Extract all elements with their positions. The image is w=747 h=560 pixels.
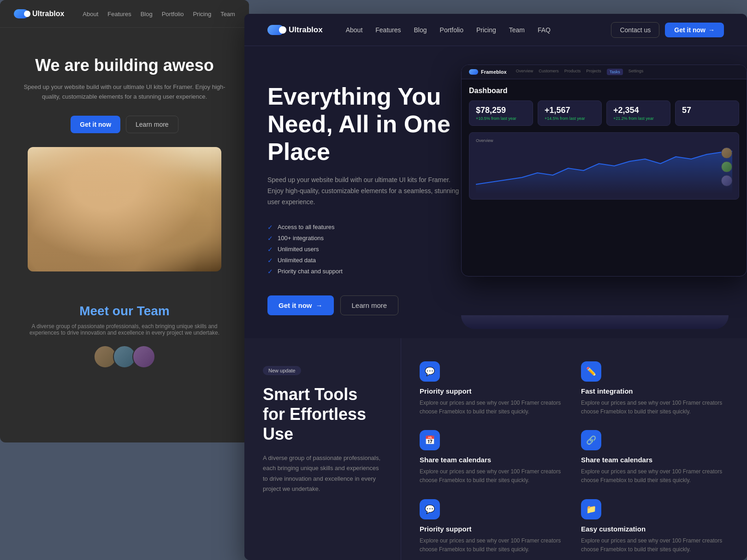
chart-avatar-2	[721, 161, 732, 172]
front-nav-about[interactable]: About	[346, 26, 363, 34]
front-logo: Ultrablox	[267, 25, 323, 35]
back-nav-item-pricing[interactable]: Pricing	[193, 10, 211, 18]
front-hero-title: Everything You Need, All in One Place	[267, 83, 461, 165]
dashboard-mockup: Frameblox Overview Customers Products Pr…	[461, 65, 747, 277]
mockup-nav-overview: Overview	[516, 69, 534, 75]
back-hero: We are building aweso Speed up your webs…	[0, 28, 249, 285]
smart-tools-left: New update Smart Tools for Effortless Us…	[244, 338, 401, 560]
back-nav-item-portfolio[interactable]: Portfolio	[162, 10, 184, 18]
back-nav-item-team[interactable]: Team	[220, 10, 235, 18]
team-avatar-3	[132, 345, 155, 368]
mockup-stats: $78,259 +10.5% from last year +1,567 +14…	[469, 100, 739, 126]
chart-avatar-1	[721, 147, 732, 159]
chart-area	[476, 147, 732, 194]
front-hero: Everything You Need, All in One Place Sp…	[244, 46, 747, 338]
feature-card-fast-integration: ✏️ Fast integration Explore our prices a…	[581, 361, 729, 416]
hero-learn-more-button[interactable]: Learn more	[340, 295, 399, 315]
feature-card-priority-support-2: 💬 Priority support Explore our prices an…	[420, 499, 567, 554]
desk-photo	[28, 147, 221, 271]
front-nav-features[interactable]: Features	[375, 26, 401, 34]
features-grid: 💬 Priority support Explore our prices an…	[401, 338, 747, 560]
features-list: ✓Access to all features ✓100+ integratio…	[267, 222, 461, 277]
back-team-section: Meet our Team A diverse group of passion…	[0, 285, 249, 377]
back-logo-icon	[14, 9, 29, 18]
back-team-avatars	[14, 345, 235, 368]
priority-support-icon: 💬	[420, 361, 440, 382]
chart-avatars	[721, 147, 732, 186]
front-hero-subtitle: Speed up your website build with our ult…	[267, 175, 461, 207]
front-nav-team[interactable]: Team	[509, 26, 525, 34]
back-hero-buttons: Get it now Learn more	[14, 116, 235, 133]
feature-item-4: ✓Unlimited data	[267, 255, 461, 266]
arrow-icon: →	[708, 26, 715, 34]
chart-avatar-3	[721, 175, 732, 186]
priority-support-desc: Explore our prices and see why over 100 …	[420, 399, 567, 416]
back-team-title: Meet our Team	[14, 304, 235, 318]
easy-customization-icon: 📁	[581, 499, 601, 519]
stat-card-3: +2,354 +21.2% from last year	[606, 100, 670, 126]
mockup-nav-tasks: Tasks	[607, 69, 623, 75]
stat-value-4: 57	[682, 106, 732, 115]
share-calendar-title-1: Share team calendars	[420, 456, 567, 464]
stat-value-1: $78,259	[476, 106, 526, 115]
feature-card-easy-customization: 📁 Easy customization Explore our prices …	[581, 499, 729, 554]
front-logo-text: Ultrablox	[289, 25, 323, 35]
back-window: Ultrablox About Features Blog Portfolio …	[0, 0, 249, 442]
laptop-frame	[461, 315, 729, 329]
stat-card-2: +1,567 +14.5% from last year	[538, 100, 602, 126]
front-hero-buttons: Get it now → Learn more	[267, 295, 461, 315]
back-nav-item-features[interactable]: Features	[107, 10, 131, 18]
smart-tools-title: Smart Tools for Effortless Use	[263, 384, 382, 444]
front-nav-actions: Contact us Get it now →	[611, 22, 724, 38]
new-update-badge: New update	[263, 366, 301, 375]
overview-title: Overview	[476, 138, 732, 143]
front-nav-list: About Features Blog Portfolio Pricing Te…	[346, 26, 611, 34]
share-calendar-icon-1: 📅	[420, 430, 440, 450]
mockup-logo-icon	[469, 69, 478, 75]
back-logo: Ultrablox	[14, 9, 64, 18]
contact-us-button[interactable]: Contact us	[611, 22, 659, 38]
chart-svg	[476, 147, 732, 194]
check-icon-1: ✓	[267, 224, 273, 231]
feature-card-priority-support: 💬 Priority support Explore our prices an…	[420, 361, 567, 416]
priority-support-icon-2: 💬	[420, 499, 440, 519]
front-nav-pricing[interactable]: Pricing	[476, 26, 496, 34]
stat-card-4: 57	[675, 100, 739, 126]
hero-get-it-now-button[interactable]: Get it now →	[267, 295, 334, 315]
stat-card-1: $78,259 +10.5% from last year	[469, 100, 533, 126]
check-icon-4: ✓	[267, 257, 273, 264]
fast-integration-title: Fast integration	[581, 387, 729, 395]
back-navbar: Ultrablox About Features Blog Portfolio …	[0, 0, 249, 28]
front-navbar: Ultrablox About Features Blog Portfolio …	[244, 14, 747, 46]
check-icon-3: ✓	[267, 246, 273, 253]
mockup-nav-customers: Customers	[539, 69, 559, 75]
feature-item-2: ✓100+ integrations	[267, 233, 461, 244]
mockup-logo: Frameblox	[469, 69, 507, 75]
front-nav-portfolio[interactable]: Portfolio	[440, 26, 463, 34]
get-it-now-nav-button[interactable]: Get it now →	[665, 23, 724, 37]
front-nav-faq[interactable]: FAQ	[538, 26, 551, 34]
easy-customization-desc: Explore our prices and see why over 100 …	[581, 536, 729, 554]
back-hero-subtitle: Speed up your website build with our ult…	[14, 83, 235, 102]
back-learn-more-button[interactable]: Learn more	[126, 116, 178, 133]
feature-item-1: ✓Access to all features	[267, 222, 461, 233]
back-hero-image	[28, 147, 221, 271]
front-window: Ultrablox About Features Blog Portfolio …	[244, 14, 747, 560]
priority-support-desc-2: Explore our prices and see why over 100 …	[420, 536, 567, 554]
front-bottom-section: New update Smart Tools for Effortless Us…	[244, 338, 747, 560]
back-nav-item-about[interactable]: About	[83, 10, 98, 18]
back-get-it-now-button[interactable]: Get it now	[71, 116, 120, 133]
check-icon-2: ✓	[267, 235, 273, 242]
stat-change-1: +10.5% from last year	[476, 116, 526, 121]
stat-change-3: +21.2% from last year	[613, 116, 664, 121]
feature-item-5: ✓Priority chat and support	[267, 266, 461, 277]
back-nav-item-blog[interactable]: Blog	[141, 10, 153, 18]
mockup-topbar: Frameblox Overview Customers Products Pr…	[462, 65, 747, 79]
mockup-nav-settings: Settings	[628, 69, 644, 75]
front-nav-blog[interactable]: Blog	[414, 26, 427, 34]
priority-support-title: Priority support	[420, 387, 567, 395]
back-hero-title: We are building aweso	[14, 55, 235, 75]
stat-change-2: +14.5% from last year	[545, 116, 595, 121]
share-calendar-desc-2: Explore our prices and see why over 100 …	[581, 467, 729, 485]
mockup-nav-projects: Projects	[586, 69, 601, 75]
